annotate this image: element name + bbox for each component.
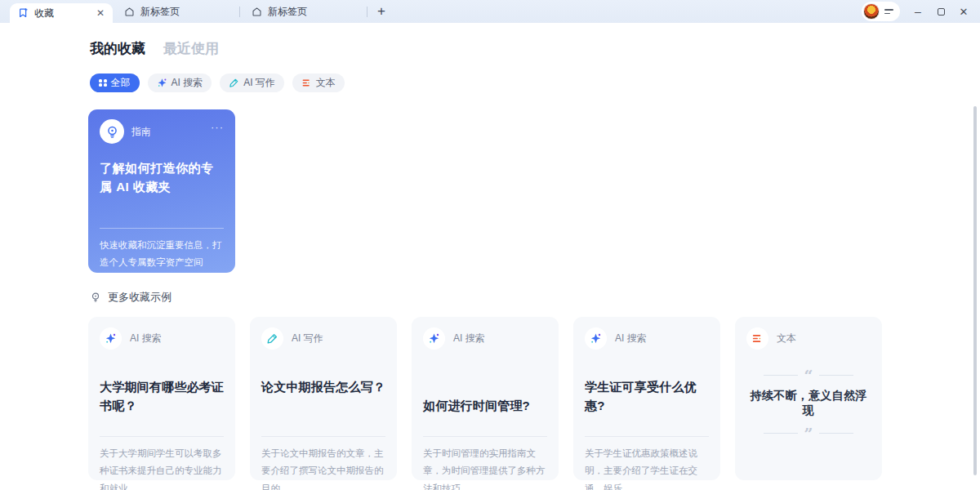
- card-description: 关于大学期间学生可以考取多种证书来提升自己的专业能力和就业...: [100, 445, 226, 490]
- close-button[interactable]: ✕: [954, 2, 973, 20]
- filter-all[interactable]: 全部: [90, 74, 140, 92]
- profile-pill[interactable]: [862, 2, 900, 21]
- card-title: 大学期间有哪些必考证书呢？: [100, 377, 224, 416]
- tab-separator: [367, 7, 368, 17]
- tab-new-page-1[interactable]: 新标签页: [116, 0, 236, 23]
- card-title: 论文中期报告怎么写？: [261, 377, 385, 396]
- card-head: AI 写作: [261, 327, 385, 350]
- menu-icon[interactable]: [884, 9, 893, 14]
- page-title: 我的收藏: [90, 39, 145, 58]
- filter-ai-writing[interactable]: AI 写作: [220, 74, 284, 92]
- guide-badge: 指南: [131, 125, 151, 139]
- filter-text[interactable]: 文本: [292, 74, 345, 92]
- tab-label: 新标签页: [268, 5, 307, 19]
- tab-label: 新标签页: [140, 5, 180, 19]
- quote-open-row: “: [746, 375, 871, 376]
- filter-label: 全部: [111, 76, 131, 90]
- card-ai-search-time[interactable]: AI 搜索 如何进行时间管理? 关于时间管理的实用指南文章，为时间管理提供了多种…: [412, 317, 559, 480]
- guide-title: 了解如何打造你的专属 AI 收藏夹: [100, 158, 224, 197]
- minimize-button[interactable]: –: [908, 2, 928, 20]
- filter-label: 文本: [316, 76, 336, 90]
- card-text-quote[interactable]: 文本 “ 持续不断，意义自然浮现 ”: [735, 317, 882, 480]
- card-type: AI 搜索: [615, 332, 647, 345]
- divider: [261, 436, 385, 437]
- user-avatar[interactable]: [863, 3, 880, 20]
- filter-ai-search[interactable]: AI 搜索: [148, 74, 212, 92]
- guide-card-head: 指南: [100, 119, 224, 144]
- grid-icon: [99, 79, 107, 87]
- divider: [100, 436, 224, 437]
- guide-description: 快速收藏和沉淀重要信息，打造个人专属数字资产空间: [100, 237, 225, 272]
- lightbulb-icon: [100, 119, 124, 144]
- example-cards: AI 搜索 大学期间有哪些必考证书呢？ 关于大学期间学生可以考取多种证书来提升自…: [88, 317, 980, 480]
- tab-close-icon[interactable]: ✕: [95, 7, 106, 19]
- sparkle-icon: [100, 327, 122, 350]
- text-lines-icon: [301, 78, 312, 88]
- lightbulb-icon: [90, 292, 101, 303]
- card-type: AI 写作: [292, 332, 323, 345]
- filter-label: AI 写作: [243, 76, 275, 90]
- bookmark-add-icon: [18, 7, 29, 19]
- tab-new-page-2[interactable]: 新标签页: [243, 0, 363, 23]
- text-lines-icon: [746, 327, 768, 350]
- filter-label: AI 搜索: [172, 76, 203, 90]
- maximize-button[interactable]: [931, 2, 951, 20]
- sparkle-icon: [423, 327, 445, 350]
- tab-label: 收藏: [34, 7, 90, 20]
- quote-close-row: ”: [746, 433, 871, 434]
- divider: [423, 436, 547, 437]
- vertical-scrollbar[interactable]: [973, 106, 977, 475]
- card-head: AI 搜索: [423, 327, 547, 350]
- favorites-page: 我的收藏 最近使用 全部 AI 搜索 A: [0, 23, 980, 480]
- home-icon: [124, 7, 135, 17]
- pen-icon: [229, 78, 239, 88]
- card-type: AI 搜索: [130, 332, 162, 345]
- card-ai-search-student-id[interactable]: AI 搜索 学生证可享受什么优惠? 关于学生证优惠政策概述说明，主要介绍了学生证…: [573, 317, 720, 480]
- section-more-examples: 更多收藏示例: [88, 290, 980, 305]
- card-head: AI 搜索: [585, 327, 709, 350]
- guide-card[interactable]: 指南 ··· 了解如何打造你的专属 AI 收藏夹 快速收藏和沉淀重要信息，打造个…: [88, 109, 235, 273]
- card-quote: 持续不断，意义自然浮现: [746, 389, 871, 418]
- card-description: 关于论文中期报告的文章，主要介绍了撰写论文中期报告的目的、...: [261, 445, 388, 490]
- browser-tab-bar: 收藏 ✕ 新标签页 新标签页 + – ✕: [0, 0, 980, 23]
- new-tab-button[interactable]: +: [371, 3, 392, 20]
- card-description: 关于时间管理的实用指南文章，为时间管理提供了多种方法和技巧...: [423, 445, 550, 490]
- sparkle-icon: [157, 78, 167, 88]
- home-icon: [252, 7, 262, 17]
- pen-icon: [261, 327, 283, 350]
- card-type: AI 搜索: [453, 332, 485, 345]
- card-description: 关于学生证优惠政策概述说明，主要介绍了学生证在交通、娱乐、...: [585, 445, 711, 490]
- section-title: 更多收藏示例: [108, 290, 172, 305]
- tab-recently-used[interactable]: 最近使用: [163, 39, 219, 58]
- tabbar-right: – ✕: [862, 0, 973, 23]
- card-head: 文本: [746, 327, 871, 350]
- page-head: 我的收藏 最近使用: [88, 39, 980, 58]
- card-title: 学生证可享受什么优惠?: [585, 377, 709, 416]
- more-options-icon[interactable]: ···: [211, 121, 224, 133]
- filter-chips: 全部 AI 搜索 AI 写作: [88, 74, 980, 92]
- tab-favorites[interactable]: 收藏 ✕: [10, 3, 113, 23]
- card-head: AI 搜索: [100, 327, 224, 350]
- card-ai-search-certificates[interactable]: AI 搜索 大学期间有哪些必考证书呢？ 关于大学期间学生可以考取多种证书来提升自…: [88, 317, 235, 480]
- tab-separator: [239, 7, 240, 17]
- card-ai-writing-report[interactable]: AI 写作 论文中期报告怎么写？ 关于论文中期报告的文章，主要介绍了撰写论文中期…: [250, 317, 397, 480]
- card-type: 文本: [777, 332, 796, 345]
- sparkle-icon: [585, 327, 607, 350]
- window-controls: – ✕: [908, 2, 973, 20]
- card-title: 如何进行时间管理?: [423, 396, 547, 415]
- divider: [585, 436, 709, 437]
- divider: [100, 228, 224, 229]
